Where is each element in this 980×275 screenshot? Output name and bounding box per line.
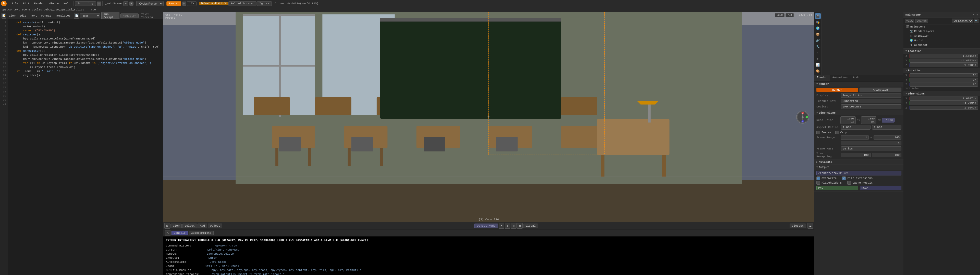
frame-step-input[interactable]: 1 bbox=[841, 141, 901, 145]
device-value[interactable]: GPU Compute bbox=[841, 104, 901, 109]
file-ext-checkbox[interactable]: ✓ bbox=[842, 177, 846, 180]
render-tab-audio[interactable]: Audio bbox=[850, 75, 864, 81]
console-type-icon[interactable]: >_ bbox=[165, 230, 170, 236]
prop-icon-scene[interactable]: 🎭 bbox=[815, 19, 821, 25]
close-scene[interactable]: ✕ bbox=[129, 2, 134, 6]
editor-menu-edit[interactable]: Edit bbox=[18, 14, 28, 18]
viewport-icon-btn3[interactable]: ▦ bbox=[517, 223, 523, 229]
text-icon-btn[interactable]: 📄 bbox=[74, 13, 79, 19]
scene-remove-btn[interactable]: ✕ bbox=[977, 13, 978, 16]
scene-tree-item-world[interactable]: 🌍 World bbox=[904, 38, 980, 43]
view-btn[interactable]: View bbox=[905, 19, 914, 23]
dim-z-value[interactable]: 1.164cm bbox=[910, 106, 978, 110]
res-x-input[interactable]: 1920 px bbox=[840, 116, 856, 124]
vp-closest-selector[interactable]: Closest bbox=[790, 224, 806, 228]
prop-icon-render[interactable]: 🎬 bbox=[815, 13, 821, 19]
viewport-icon-btn1[interactable]: ⊞ bbox=[505, 223, 511, 229]
output-section-header[interactable]: ▼ Output bbox=[815, 165, 904, 170]
file-format-rgba[interactable]: RGBA bbox=[860, 186, 902, 190]
render-button[interactable]: Render bbox=[166, 1, 181, 6]
reload-trusted-button[interactable]: Reload Trusted bbox=[228, 1, 256, 6]
console-tab-console[interactable]: Console bbox=[172, 231, 188, 235]
render-tab-render[interactable]: Render bbox=[815, 75, 830, 81]
res-y-input[interactable]: 1080 px bbox=[861, 116, 877, 124]
menu-edit[interactable]: Edit bbox=[21, 2, 32, 6]
gizmo-circle[interactable]: Z X Y bbox=[796, 111, 809, 123]
metadata-header[interactable]: ▶ Metadata bbox=[815, 160, 904, 164]
dim-x-value[interactable]: 3.6797cm bbox=[910, 96, 978, 101]
placeholders-checkbox[interactable] bbox=[816, 181, 820, 185]
scene-tree-item-renderlayers[interactable]: 📷 RenderLayers bbox=[904, 29, 980, 33]
prop-icon-particles[interactable]: ✦ bbox=[815, 50, 821, 55]
prop-icon-data[interactable]: 📊 bbox=[815, 62, 821, 68]
vp-add-menu[interactable]: Add bbox=[197, 224, 207, 228]
end-frame-input[interactable]: 145 bbox=[873, 135, 901, 140]
prop-icon-constraints[interactable]: 🔗 bbox=[815, 38, 821, 43]
dimensions-header[interactable]: ▼ Dimensions bbox=[904, 91, 980, 96]
run-script-button[interactable]: Run Script bbox=[101, 12, 120, 20]
location-z-value[interactable]: 1.6905m bbox=[910, 63, 978, 67]
scene-tree-item-mainscene[interactable]: 🎬 mainScene bbox=[904, 24, 980, 29]
prop-icon-physics[interactable]: ⚡ bbox=[815, 56, 821, 62]
prop-icon-material[interactable]: 🎨 bbox=[815, 68, 821, 74]
console-tab-autocomplete[interactable]: Autocomplete bbox=[189, 231, 213, 235]
res-percent-input[interactable]: 100% bbox=[882, 118, 894, 122]
scene-search-icon[interactable]: 🔍 bbox=[974, 19, 978, 23]
vp-global-selector[interactable]: Global bbox=[523, 224, 538, 228]
editor-menu-format[interactable]: Format bbox=[40, 14, 53, 18]
rot-y-value[interactable]: 0° bbox=[910, 78, 978, 82]
prop-icon-modifiers[interactable]: 🔧 bbox=[815, 44, 821, 49]
render-engine-selector[interactable]: Cycles Render bbox=[136, 1, 164, 6]
workspace-scripting[interactable]: Scripting bbox=[75, 1, 96, 6]
time-remap-new[interactable]: 100 bbox=[872, 153, 902, 157]
render-tab-animation[interactable]: Animation bbox=[830, 75, 850, 81]
text-file-selector[interactable]: Text bbox=[80, 13, 100, 18]
menu-file[interactable]: File bbox=[10, 2, 20, 6]
prop-icon-world[interactable]: 🌍 bbox=[815, 25, 821, 31]
viewport-icon-btn2[interactable]: ◎ bbox=[511, 223, 517, 229]
rotation-header[interactable]: ▼ Rotation bbox=[904, 68, 980, 73]
vp-view-menu[interactable]: View bbox=[170, 224, 182, 228]
scene-tab-num[interactable]: 4 bbox=[123, 1, 129, 6]
location-y-value[interactable]: -4.4752mm bbox=[910, 58, 978, 63]
frame-rate-input[interactable]: 25 fps bbox=[841, 146, 901, 151]
shading-dot-btn[interactable]: ● bbox=[499, 223, 504, 229]
register-button[interactable]: Register bbox=[121, 14, 138, 18]
location-header[interactable]: ▼ Location bbox=[904, 49, 980, 54]
crop-checkbox[interactable] bbox=[835, 131, 839, 134]
dim-y-value[interactable]: 84.719cm bbox=[910, 101, 978, 105]
display-value[interactable]: Image Editor bbox=[841, 93, 901, 98]
file-format-png[interactable]: PNG bbox=[816, 186, 858, 190]
cache-result-checkbox[interactable] bbox=[847, 181, 851, 185]
all-scenes-selector[interactable]: All Scenes bbox=[952, 19, 973, 23]
menu-help[interactable]: Help bbox=[62, 2, 72, 6]
menu-render[interactable]: Render bbox=[32, 2, 46, 6]
border-checkbox[interactable] bbox=[816, 131, 820, 134]
viewport-overlay-btn[interactable]: ☰ bbox=[808, 223, 813, 229]
viewport-type-icon[interactable]: 🖥 bbox=[164, 223, 170, 229]
vp-select-menu[interactable]: Select bbox=[182, 224, 197, 228]
rot-x-value[interactable]: 0° bbox=[910, 73, 978, 77]
aspect-y-input[interactable]: 1.000 bbox=[872, 125, 902, 130]
render-animation-button[interactable]: Animation bbox=[859, 88, 902, 92]
editor-type-icon[interactable]: 📝 bbox=[2, 13, 6, 19]
start-frame-input[interactable]: 1 bbox=[841, 135, 869, 140]
code-area[interactable]: 12345 678910 1112131415 1617181920 21 de… bbox=[0, 19, 163, 275]
location-x-value[interactable]: 1.1511cm bbox=[910, 54, 978, 58]
editor-menu-templates[interactable]: Templates bbox=[54, 14, 72, 18]
feature-set-value[interactable]: Supported bbox=[841, 99, 901, 103]
render-icon-btn[interactable]: ▷ bbox=[182, 2, 186, 6]
render-section-header[interactable]: ▼ Render bbox=[815, 82, 904, 87]
dimensions-section-header[interactable]: ▼ Dimensions bbox=[815, 110, 904, 115]
rot-z-value[interactable]: 0° bbox=[910, 82, 978, 87]
output-path-input[interactable]: /render/previz ### bbox=[816, 171, 901, 175]
menu-window[interactable]: Window bbox=[47, 2, 61, 6]
object-mode-selector[interactable]: Object Mode bbox=[474, 224, 498, 228]
scene-add-btn[interactable]: + bbox=[973, 14, 974, 16]
search-btn[interactable]: Search bbox=[915, 19, 928, 23]
navigation-gizmo[interactable]: Z X Y bbox=[796, 111, 809, 123]
vp-object-menu[interactable]: Object bbox=[208, 224, 223, 228]
scene-tree-item-alphabet[interactable]: ▼ alphabet bbox=[904, 43, 980, 47]
editor-menu-text[interactable]: Text bbox=[29, 14, 38, 18]
editor-menu-view[interactable]: View bbox=[7, 14, 17, 18]
